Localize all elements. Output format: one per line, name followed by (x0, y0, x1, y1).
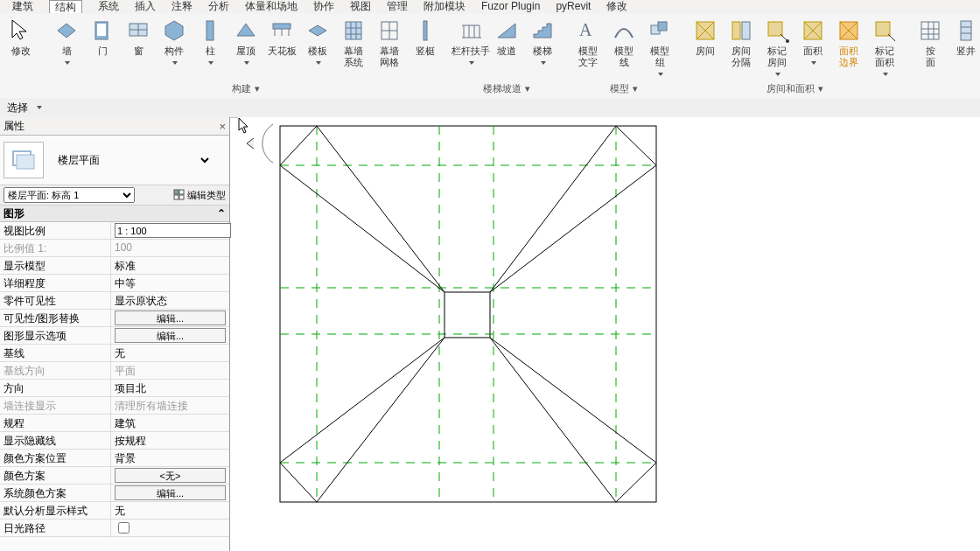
ramp-button[interactable]: 坡道 (489, 16, 524, 80)
tab-管理[interactable]: 管理 (387, 0, 408, 12)
area-button[interactable]: 面积 (795, 16, 830, 80)
mgroup-icon (647, 17, 673, 44)
tab-pyRevit[interactable]: pyRevit (556, 0, 591, 12)
modify-button[interactable]: 修改 (4, 16, 38, 80)
property-value[interactable]: 显示原状态 (111, 292, 229, 309)
tab-strip[interactable]: 建筑结构系统插入注释分析体量和场地协作视图管理附加模块Fuzor Pluginp… (0, 0, 980, 15)
curtain-grid-button[interactable]: 幕墙网格 (372, 16, 407, 80)
property-value[interactable]: 无 (111, 345, 229, 361)
property-name: 零件可见性 (0, 292, 111, 309)
tab-插入[interactable]: 插入 (135, 0, 156, 12)
panel-titlebar[interactable]: 属性 × (0, 117, 229, 136)
window-button[interactable]: 窗 (121, 16, 156, 80)
property-value[interactable]: 标准 (111, 257, 229, 274)
property-value[interactable]: 平面 (111, 362, 229, 379)
property-row: 系统颜色方案编辑... (0, 485, 229, 502)
property-row: 详细程度中等 (0, 275, 229, 292)
group-header-graphics[interactable]: 图形⌃ (0, 206, 229, 222)
tab-结构[interactable]: 结构 (49, 0, 82, 13)
tab-附加模块[interactable]: 附加模块 (424, 0, 466, 12)
edit-type-button[interactable]: 编辑类型 (173, 189, 226, 202)
tab-系统[interactable]: 系统 (98, 0, 119, 12)
property-checkbox[interactable] (118, 522, 130, 534)
property-value[interactable]: 编辑... (111, 310, 229, 326)
tab-修改[interactable]: 修改 (606, 0, 627, 12)
tab-视图[interactable]: 视图 (350, 0, 371, 12)
room-label: 房间 (696, 45, 715, 57)
component-button[interactable]: 构件 (157, 16, 192, 80)
tag-area-button[interactable]: 标记面积 (867, 16, 902, 80)
view-cube[interactable] (238, 117, 273, 170)
property-value[interactable]: 建筑 (111, 415, 229, 431)
model-group-button[interactable]: 模型组 (642, 16, 677, 80)
model-text-button[interactable]: A模型文字 (570, 16, 606, 80)
door-button[interactable]: 门 (85, 16, 120, 80)
property-value[interactable]: 清理所有墙连接 (111, 397, 229, 414)
shaft-button[interactable]: 竖井 (948, 16, 980, 80)
svg-rect-1 (97, 24, 106, 36)
railing-button[interactable]: 栏杆扶手 (453, 16, 488, 80)
property-name: 墙连接显示 (0, 397, 111, 414)
room-button[interactable]: 房间 (688, 16, 723, 80)
by-face-button[interactable]: 按面 (913, 16, 948, 80)
property-value[interactable]: 中等 (111, 275, 229, 291)
floor-button[interactable]: 楼板 (300, 16, 335, 80)
property-value[interactable]: <无> (111, 467, 229, 484)
property-button[interactable]: 编辑... (115, 485, 226, 500)
svg-rect-49 (179, 190, 184, 194)
property-value[interactable]: 编辑... (111, 327, 229, 344)
tab-协作[interactable]: 协作 (313, 0, 334, 12)
tab-建筑[interactable]: 建筑 (12, 0, 33, 12)
property-value[interactable]: 项目北 (111, 380, 229, 396)
property-name: 可见性/图形替换 (0, 310, 111, 326)
drawing-canvas[interactable] (238, 117, 980, 551)
property-value[interactable]: 按规程 (111, 432, 229, 449)
mullion-button[interactable]: 竖梃 (408, 16, 443, 80)
model-line-button[interactable]: 模型线 (606, 16, 641, 80)
property-value[interactable]: 100 (111, 240, 229, 256)
tab-分析[interactable]: 分析 (208, 0, 229, 12)
svg-rect-43 (961, 21, 971, 40)
abd-icon (836, 17, 862, 44)
tarea-icon (872, 17, 898, 44)
troom-icon (764, 17, 790, 44)
property-button[interactable]: <无> (115, 468, 226, 483)
roof-button[interactable]: 屋顶 (228, 16, 263, 80)
property-name: 基线方向 (0, 362, 111, 379)
property-button[interactable]: 编辑... (115, 310, 226, 325)
room-sep-button[interactable]: 房间分隔 (724, 16, 759, 80)
type-selector[interactable]: 楼层平面 (0, 136, 229, 185)
stair-button[interactable]: 楼梯 (525, 16, 560, 80)
curtain-wall-button[interactable]: 幕墙系统 (336, 16, 371, 80)
tab-体量和场地[interactable]: 体量和场地 (245, 0, 298, 12)
cwall-icon (340, 17, 367, 44)
property-button[interactable]: 编辑... (115, 328, 226, 343)
property-value[interactable]: 编辑... (111, 485, 229, 501)
component-icon (161, 17, 187, 44)
window-icon (125, 17, 151, 44)
property-input[interactable] (115, 223, 231, 238)
type-dropdown[interactable]: 楼层平面 (54, 153, 212, 167)
chevron-down-icon[interactable] (37, 106, 42, 109)
window-label: 窗 (134, 45, 144, 57)
property-value[interactable]: 背景 (111, 450, 229, 466)
column-label: 柱 (206, 45, 215, 68)
property-value[interactable] (111, 520, 229, 536)
property-value[interactable]: 无 (111, 502, 229, 519)
property-value[interactable] (111, 222, 229, 239)
area-bd-button[interactable]: 面积边界 (831, 16, 866, 80)
instance-dropdown[interactable]: 楼层平面: 标高 1 (4, 187, 135, 203)
tag-room-button[interactable]: 标记房间 (760, 16, 794, 80)
svg-rect-61 (444, 292, 490, 338)
wall-button[interactable]: 墙 (49, 16, 84, 80)
property-row: 默认分析显示样式无 (0, 502, 229, 520)
ceiling-button[interactable]: 天花板 (264, 16, 299, 80)
tab-Fuzor Plugin[interactable]: Fuzor Plugin (481, 0, 540, 12)
mullion-label: 竖梃 (416, 45, 435, 57)
column-button[interactable]: 柱 (192, 16, 228, 80)
tab-注释[interactable]: 注释 (172, 0, 192, 12)
selection-label[interactable]: 选择 (0, 101, 35, 115)
property-name: 视图比例 (0, 222, 111, 239)
component-label: 构件 (164, 45, 184, 68)
close-icon[interactable]: × (219, 120, 226, 133)
